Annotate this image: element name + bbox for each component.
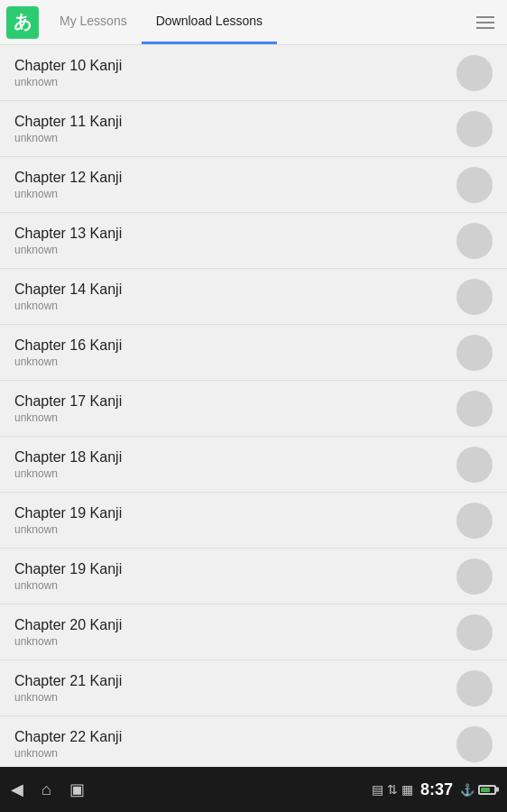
back-button[interactable]: ◀ — [11, 780, 23, 799]
lesson-subtitle-12: unknown — [14, 747, 456, 760]
lesson-title-0: Chapter 10 Kanji — [14, 58, 456, 74]
list-item[interactable]: Chapter 17 Kanjiunknown — [0, 381, 507, 437]
data-icon: ▦ — [401, 782, 413, 797]
time-display: 8:37 — [420, 780, 453, 799]
download-button-12[interactable] — [456, 726, 493, 762]
lesson-title-8: Chapter 19 Kanji — [14, 505, 456, 521]
battery-icon — [478, 785, 496, 795]
tabs-container: My Lessons Download Lessons — [45, 0, 467, 44]
list-item[interactable]: Chapter 14 Kanjiunknown — [0, 269, 507, 325]
lesson-title-4: Chapter 14 Kanji — [14, 281, 456, 298]
app-icon-label: あ — [14, 10, 32, 34]
lesson-text-10: Chapter 20 Kanjiunknown — [14, 617, 456, 648]
download-button-7[interactable] — [456, 447, 493, 483]
list-item[interactable]: Chapter 19 Kanjiunknown — [0, 493, 507, 549]
menu-button[interactable] — [467, 0, 503, 45]
list-item[interactable]: Chapter 10 Kanjiunknown — [0, 45, 507, 101]
list-item[interactable]: Chapter 22 Kanjiunknown — [0, 716, 507, 767]
recents-button[interactable]: ▣ — [69, 780, 85, 799]
lesson-title-5: Chapter 16 Kanji — [14, 337, 456, 354]
lesson-subtitle-11: unknown — [14, 691, 456, 704]
lesson-text-8: Chapter 19 Kanjiunknown — [14, 505, 456, 536]
lesson-text-12: Chapter 22 Kanjiunknown — [14, 729, 456, 760]
tab-my-lessons[interactable]: My Lessons — [45, 0, 142, 44]
list-item[interactable]: Chapter 21 Kanjiunknown — [0, 660, 507, 716]
top-bar: あ My Lessons Download Lessons — [0, 0, 507, 45]
download-button-6[interactable] — [456, 391, 493, 427]
lesson-title-11: Chapter 21 Kanji — [14, 673, 456, 689]
hamburger-icon — [476, 16, 494, 29]
lesson-title-12: Chapter 22 Kanji — [14, 729, 456, 745]
battery-area: ⚓ — [460, 783, 496, 797]
lesson-text-2: Chapter 12 Kanjiunknown — [14, 170, 456, 200]
lesson-subtitle-1: unknown — [14, 132, 456, 144]
lesson-text-4: Chapter 14 Kanjiunknown — [14, 281, 456, 312]
lesson-title-2: Chapter 12 Kanji — [14, 170, 456, 186]
lesson-title-10: Chapter 20 Kanji — [14, 617, 456, 633]
list-item[interactable]: Chapter 16 Kanjiunknown — [0, 325, 507, 381]
lesson-subtitle-9: unknown — [14, 579, 456, 592]
list-item[interactable]: Chapter 18 Kanjiunknown — [0, 437, 507, 493]
app-icon[interactable]: あ — [0, 0, 45, 45]
download-button-0[interactable] — [456, 55, 493, 91]
list-item[interactable]: Chapter 20 Kanjiunknown — [0, 604, 507, 660]
lesson-text-11: Chapter 21 Kanjiunknown — [14, 673, 456, 704]
lesson-title-1: Chapter 11 Kanji — [14, 114, 456, 130]
battery-fill — [481, 788, 490, 792]
download-button-1[interactable] — [456, 111, 493, 147]
lesson-text-5: Chapter 16 Kanjiunknown — [14, 337, 456, 368]
lesson-text-9: Chapter 19 Kanjiunknown — [14, 561, 456, 592]
lesson-title-3: Chapter 13 Kanji — [14, 226, 456, 242]
lesson-text-6: Chapter 17 Kanjiunknown — [14, 393, 456, 424]
tab-download-lessons[interactable]: Download Lessons — [142, 0, 277, 44]
lesson-subtitle-7: unknown — [14, 467, 456, 480]
download-button-8[interactable] — [456, 503, 493, 539]
tab-my-lessons-label: My Lessons — [60, 14, 127, 28]
lesson-text-0: Chapter 10 Kanjiunknown — [14, 58, 456, 88]
lesson-subtitle-3: unknown — [14, 244, 456, 256]
download-button-11[interactable] — [456, 670, 493, 706]
home-button[interactable]: ⌂ — [41, 780, 51, 799]
download-button-9[interactable] — [456, 558, 493, 595]
download-button-2[interactable] — [456, 167, 493, 203]
signal-icon: ▤ — [372, 782, 383, 797]
lesson-text-7: Chapter 18 Kanjiunknown — [14, 449, 456, 480]
lesson-subtitle-0: unknown — [14, 76, 456, 88]
lesson-subtitle-4: unknown — [14, 300, 456, 312]
download-button-3[interactable] — [456, 223, 493, 259]
lessons-list: Chapter 10 KanjiunknownChapter 11 Kanjiu… — [0, 45, 507, 767]
app-icon-inner: あ — [6, 6, 39, 39]
tab-download-lessons-label: Download Lessons — [156, 14, 263, 28]
status-icons: ▤ ⇅ ▦ — [372, 782, 413, 797]
lesson-subtitle-2: unknown — [14, 188, 456, 200]
nav-icons: ◀ ⌂ ▣ — [11, 780, 85, 799]
lesson-subtitle-5: unknown — [14, 355, 456, 368]
lesson-subtitle-6: unknown — [14, 411, 456, 424]
download-button-5[interactable] — [456, 335, 493, 371]
download-button-4[interactable] — [456, 279, 493, 315]
lesson-title-6: Chapter 17 Kanji — [14, 393, 456, 410]
lesson-text-3: Chapter 13 Kanjiunknown — [14, 226, 456, 256]
list-item[interactable]: Chapter 11 Kanjiunknown — [0, 101, 507, 157]
status-right: ▤ ⇅ ▦ 8:37 ⚓ — [372, 780, 496, 799]
lesson-subtitle-10: unknown — [14, 635, 456, 648]
list-item[interactable]: Chapter 13 Kanjiunknown — [0, 213, 507, 269]
list-item[interactable]: Chapter 19 Kanjiunknown — [0, 549, 507, 604]
list-item[interactable]: Chapter 12 Kanjiunknown — [0, 157, 507, 213]
usb-icon: ⚓ — [460, 783, 475, 797]
download-button-10[interactable] — [456, 614, 493, 651]
lesson-text-1: Chapter 11 Kanjiunknown — [14, 114, 456, 144]
status-bar: ◀ ⌂ ▣ ▤ ⇅ ▦ 8:37 ⚓ — [0, 767, 507, 812]
lesson-title-9: Chapter 19 Kanji — [14, 561, 456, 577]
lesson-subtitle-8: unknown — [14, 523, 456, 536]
wifi-icon: ⇅ — [387, 782, 398, 797]
lesson-title-7: Chapter 18 Kanji — [14, 449, 456, 466]
